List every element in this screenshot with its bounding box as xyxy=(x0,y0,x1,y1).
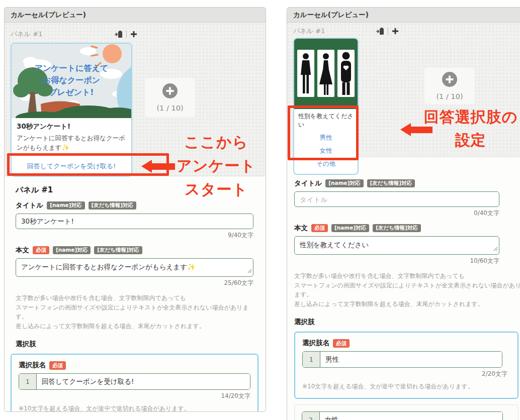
add-panel-icon[interactable] xyxy=(392,28,399,35)
title-field-label: タイトル xyxy=(294,179,322,188)
annotation-text-survey-start: ここから アンケート スタート xyxy=(166,130,267,201)
title-char-counter: 0/40文字 xyxy=(294,209,499,218)
body-textarea[interactable]: アンケートに回答するとお得なクーポンがもらえます✨ xyxy=(16,258,253,277)
title-field-label: タイトル xyxy=(16,201,43,210)
carousel-editor-window-right: カルーセル(プレビュー) パネル #1 xyxy=(287,7,520,420)
window-title: カルーセル(プレビュー) xyxy=(287,8,520,23)
choices-section-heading: 選択肢 xyxy=(16,340,253,349)
image-text-line: プレゼント! xyxy=(49,87,94,97)
icon-divider xyxy=(126,31,127,38)
annotation-arrow-right-icon xyxy=(400,123,411,136)
card-action-button[interactable]: 回答してクーポンを受け取る! xyxy=(12,156,131,176)
card-choice-buttons: 男性 女性 その他 xyxy=(294,130,358,174)
choice-name-input[interactable] xyxy=(320,412,502,420)
choice-editor-box: 2 xyxy=(294,404,518,420)
required-badge: 必須 xyxy=(33,246,49,255)
panel-count: (1 / 10) xyxy=(436,92,463,100)
carousel-panel-card[interactable]: アンケートに答えて お得なクーポン プレゼント! 30秒アンケート! アンケート… xyxy=(11,43,132,177)
friend-info-support-badge: [友だち情報]対応 xyxy=(367,179,415,188)
add-panel-slot[interactable]: (1 / 10) xyxy=(145,78,195,117)
annotation-arrow-left-icon xyxy=(141,160,152,173)
carousel-editor-window-left: カルーセル(プレビュー) パネル #1 xyxy=(4,7,266,412)
name-support-badge: [name]対応 xyxy=(47,201,84,210)
resize-handle-icon[interactable] xyxy=(493,244,498,253)
name-support-badge: [name]対応 xyxy=(331,224,369,233)
friend-info-support-badge: [友だち情報]対応 xyxy=(94,246,142,255)
survey-illustration-image: アンケートに答えて お得なクーポン プレゼント! xyxy=(12,44,131,118)
choice-warning-note: ※10文字を超える場合、文が途中で途切れる場合があります。 xyxy=(302,382,510,391)
body-char-counter: 10/60文字 xyxy=(294,257,499,265)
name-support-badge: [name]対応 xyxy=(53,246,91,255)
body-char-counter: 25/60文字 xyxy=(16,279,253,287)
choice-name-input[interactable] xyxy=(37,374,250,389)
friend-info-support-badge: [友だち情報]対応 xyxy=(373,224,421,233)
carousel-panel-card[interactable]: 性別を教えてください 男性 女性 その他 xyxy=(293,38,359,175)
panel-number-label: パネル #1 xyxy=(11,30,42,39)
choices-section-heading: 選択肢 xyxy=(294,318,520,327)
resize-handle-icon[interactable] xyxy=(247,266,252,275)
panel-edit-form: パネル #1 タイトル [name]対応 [友だち情報]対応 0/40文字 本文… xyxy=(287,157,520,420)
panel-number-label: パネル #1 xyxy=(293,27,325,36)
choice-warning-note: ※10文字を超える場合、文が途中で途切れる場合があります。 xyxy=(19,404,250,412)
choice-number: 1 xyxy=(19,374,37,389)
panel-count: (1 / 10) xyxy=(156,104,183,112)
image-text-line: アンケートに答えて xyxy=(35,63,109,73)
required-badge: 必須 xyxy=(49,361,66,370)
card-choice-button-other[interactable]: その他 xyxy=(294,157,358,170)
screenshot-root: カルーセル(プレビュー) パネル #1 xyxy=(0,0,520,420)
card-choice-button-female[interactable]: 女性 xyxy=(294,144,358,157)
window-title: カルーセル(プレビュー) xyxy=(5,8,266,23)
add-panel-icon[interactable] xyxy=(130,31,137,38)
required-badge: 必須 xyxy=(311,224,328,233)
choice-editor-box: 選択肢名 必須 1 2/20文字 ※10文字を超える場合、文が途中で途切れる場合… xyxy=(294,332,518,399)
card-choice-button-male[interactable]: 男性 xyxy=(294,131,358,144)
required-badge: 必須 xyxy=(333,339,350,348)
card-body-text: 性別を教えてください xyxy=(294,109,358,130)
choice-char-counter: 2/20文字 xyxy=(302,370,507,378)
image-text-line: お得なクーポン xyxy=(43,75,100,85)
choice-number: 1 xyxy=(303,352,320,367)
add-panel-slot[interactable]: (1 / 10) xyxy=(424,67,475,104)
title-char-counter: 9/40文字 xyxy=(16,231,253,240)
choice-editor-box: 選択肢名 必須 1 14/20文字 ※10文字を超える場合、文が途中で途切れる場… xyxy=(11,354,258,412)
display-warning-note: 文字数が多い場合や改行を含む場合、文字数制限内であっても スマートフォンの画面サ… xyxy=(294,271,520,308)
panel-edit-form: パネル #1 タイトル [name]対応 [友だち情報]対応 9/40文字 本文… xyxy=(5,176,266,412)
title-input[interactable] xyxy=(16,214,253,229)
copy-panel-icon[interactable] xyxy=(376,27,384,35)
choice-name-label: 選択肢名 xyxy=(19,361,46,370)
title-input[interactable] xyxy=(294,191,499,207)
name-support-badge: [name]対応 xyxy=(325,179,363,188)
card-title: 30秒アンケート! xyxy=(17,122,126,131)
annotation-text-choice-settings: 回答選択肢の 設定 xyxy=(419,106,520,152)
icon-divider xyxy=(388,28,388,35)
friend-info-support-badge: [友だち情報]対応 xyxy=(89,201,137,210)
choice-char-counter: 14/20文字 xyxy=(19,392,250,400)
body-field-label: 本文 xyxy=(16,246,29,255)
display-warning-note: 文字数が多い場合や改行を含む場合、文字数制限内であっても スマートフォンの画面サ… xyxy=(16,293,253,331)
gender-silhouettes-image xyxy=(294,39,358,109)
choice-name-input[interactable] xyxy=(320,352,502,367)
copy-panel-icon[interactable] xyxy=(114,30,123,38)
body-textarea[interactable]: 性別を教えてください xyxy=(294,236,499,255)
body-field-label: 本文 xyxy=(294,224,308,233)
choice-name-label: 選択肢名 xyxy=(302,339,329,348)
plus-circle-icon xyxy=(162,83,178,100)
card-body-text: アンケートに回答するとお得なクーポンがもらえます✨ xyxy=(17,134,126,153)
plus-circle-icon xyxy=(442,72,457,89)
choice-number: 2 xyxy=(302,412,320,420)
